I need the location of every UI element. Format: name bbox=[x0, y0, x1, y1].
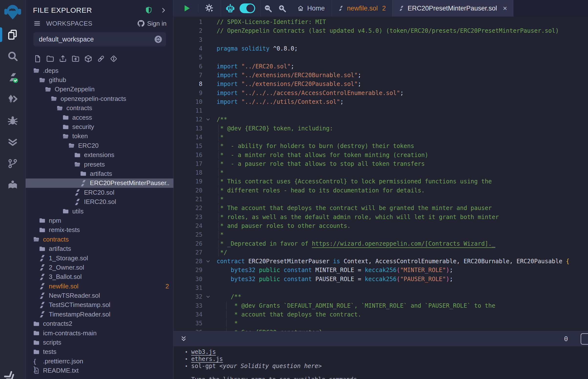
remix-logo-icon[interactable] bbox=[4, 3, 21, 20]
activity-item-file-explorer[interactable] bbox=[0, 24, 25, 46]
line-number: 34 bbox=[174, 311, 202, 318]
activity-item-debugger[interactable] bbox=[0, 110, 25, 131]
solidity-icon bbox=[399, 5, 404, 12]
tree-item-artifacts[interactable]: artifacts bbox=[26, 244, 173, 253]
tree-item-artifacts[interactable]: artifacts bbox=[26, 169, 173, 178]
terminal-listen-count: 0 bbox=[564, 335, 568, 343]
indent-guide bbox=[218, 239, 219, 248]
github-icon[interactable] bbox=[137, 19, 145, 27]
ai-copilot-toggle[interactable] bbox=[240, 3, 255, 13]
tab-erc20presetminterpauser-sol[interactable]: ERC20PresetMinterPauser.sol× bbox=[392, 0, 513, 16]
tree-item-erc20-sol[interactable]: ERC20.sol bbox=[26, 188, 173, 197]
tree-item-3-ballot-sol[interactable]: 3_Ballot.sol bbox=[26, 272, 173, 282]
tree-item-testsctimestamp-sol[interactable]: TestSCTimestamp.sol bbox=[26, 300, 173, 310]
upload-file-icon[interactable] bbox=[59, 55, 67, 63]
folder-open-icon bbox=[68, 142, 75, 149]
indent-guide bbox=[218, 195, 219, 204]
panel-title: FILE EXPLORER bbox=[33, 6, 145, 15]
tree-item-security[interactable]: security bbox=[26, 122, 173, 131]
tree-item-newtsreader-sol[interactable]: NewTSReader.sol bbox=[26, 291, 173, 300]
solidity-icon bbox=[39, 273, 46, 280]
tree-item-icm-contracts-main[interactable]: icm-contracts-main bbox=[26, 329, 173, 338]
tree-item-npm[interactable]: npm bbox=[26, 216, 173, 225]
tree-item-remix-tests[interactable]: remix-tests bbox=[26, 225, 173, 235]
tree-item-utils[interactable]: utils bbox=[26, 206, 173, 216]
tree-item-newfile-sol[interactable]: newfile.sol2 bbox=[26, 282, 173, 291]
tree-item-ierc20-sol[interactable]: IERC20.sol bbox=[26, 197, 173, 206]
tree-item-2-owner-sol[interactable]: 2_Owner.sol bbox=[26, 263, 173, 272]
fold-toggle-icon[interactable] bbox=[202, 259, 214, 264]
code-editor[interactable]: 1// SPDX-License-Identifier: MIT2// Open… bbox=[174, 16, 588, 331]
tree-item-presets[interactable]: presets bbox=[26, 160, 173, 169]
tree-item-contracts[interactable]: contracts bbox=[26, 235, 173, 244]
activity-item-solidity-unit-testing[interactable] bbox=[0, 131, 25, 153]
tree-item-label: presets bbox=[84, 161, 105, 168]
tree-item-erc20presetminterpauser-[interactable]: ERC20PresetMinterPauser... bbox=[26, 178, 173, 188]
terminal-panel: 0 •web3.js•ethers.js•sol-gpt <your Solid… bbox=[174, 331, 588, 379]
code-text: * different roles - head to its document… bbox=[214, 187, 425, 194]
tree-item-label: token bbox=[72, 132, 88, 140]
activity-item-solidity-compiler[interactable] bbox=[0, 67, 25, 88]
code-line-16: 16 * - a minter role that allows for tok… bbox=[174, 150, 588, 159]
tree-item-access[interactable]: access bbox=[26, 113, 173, 122]
remix-ai-robot-icon[interactable] bbox=[225, 3, 236, 14]
tree-item--prettierrc-json[interactable]: { }.prettierrc.json bbox=[26, 357, 173, 366]
tree-item-contracts[interactable]: contracts bbox=[26, 104, 173, 113]
cube-icon[interactable] bbox=[84, 55, 92, 63]
line-number: 10 bbox=[174, 98, 202, 105]
code-line-23: 23 * roles, as well as the default admin… bbox=[174, 213, 588, 221]
folder-icon bbox=[39, 227, 46, 234]
tree-item-label: scripts bbox=[43, 339, 61, 346]
sign-in-button[interactable]: Sign in bbox=[147, 20, 167, 27]
solidity-icon bbox=[39, 292, 46, 299]
hamburger-menu-icon[interactable] bbox=[33, 20, 41, 27]
code-text: * bbox=[214, 320, 238, 327]
indent-guide bbox=[226, 301, 227, 310]
toolbar-divider bbox=[261, 0, 261, 16]
new-file-icon[interactable] bbox=[33, 55, 42, 63]
run-script-button[interactable] bbox=[182, 4, 191, 13]
folder-icon bbox=[33, 320, 40, 327]
fold-toggle-icon[interactable] bbox=[202, 117, 214, 122]
zoom-out-button[interactable] bbox=[263, 4, 272, 13]
git-clone-icon[interactable] bbox=[110, 55, 118, 63]
zoom-in-button[interactable] bbox=[278, 4, 286, 13]
activity-item-git[interactable] bbox=[0, 153, 25, 174]
terminal-link[interactable]: ethers.js bbox=[191, 356, 223, 363]
new-folder-icon[interactable] bbox=[46, 55, 54, 63]
folder-icon bbox=[39, 217, 46, 224]
tree-item-openzeppelin[interactable]: OpenZeppelin bbox=[26, 85, 173, 94]
activity-bar-partial-icon[interactable] bbox=[1, 368, 18, 379]
tree-item-1-storage-sol[interactable]: 1_Storage.sol bbox=[26, 253, 173, 263]
tree-item-openzeppelin-contracts[interactable]: openzeppelin-contracts bbox=[26, 94, 173, 103]
compile-settings-button[interactable] bbox=[205, 3, 214, 13]
terminal-right-control-partial[interactable] bbox=[581, 333, 588, 345]
terminal-expand-icon[interactable] bbox=[180, 335, 187, 343]
tree-item-tests[interactable]: tests bbox=[26, 347, 173, 357]
activity-item-search[interactable] bbox=[0, 46, 25, 67]
line-number: 3 bbox=[174, 36, 202, 43]
tree-item-token[interactable]: token bbox=[26, 132, 173, 141]
folder-open-icon bbox=[56, 105, 63, 111]
upload-folder-icon[interactable] bbox=[72, 55, 80, 63]
line-number: 8 bbox=[174, 80, 202, 87]
tree-item-scripts[interactable]: scripts bbox=[26, 338, 173, 347]
tree-item-erc20[interactable]: ERC20 bbox=[26, 141, 173, 150]
workspace-select[interactable]: default_workspace bbox=[33, 32, 166, 47]
tab-home[interactable]: Home bbox=[289, 0, 332, 16]
chevron-right-icon[interactable] bbox=[160, 7, 167, 14]
tab-newfile-sol[interactable]: newfile.sol2 bbox=[332, 0, 392, 16]
tree-item-extensions[interactable]: extensions bbox=[26, 150, 173, 160]
terminal-link[interactable]: web3.js bbox=[191, 348, 216, 355]
code-text: /** bbox=[214, 116, 227, 123]
fold-toggle-icon[interactable] bbox=[202, 294, 214, 300]
link-icon[interactable] bbox=[97, 55, 105, 63]
activity-item-deploy-and-run[interactable] bbox=[0, 88, 25, 110]
tree-item-timestampreader-sol[interactable]: TimestampReader.sol bbox=[26, 310, 173, 319]
tree-item-readme-txt[interactable]: README.txt bbox=[26, 366, 173, 375]
tree-item--deps[interactable]: .deps bbox=[26, 66, 173, 75]
tree-item-contracts2[interactable]: contracts2 bbox=[26, 319, 173, 329]
activity-item-plugin-learneth[interactable] bbox=[0, 174, 25, 196]
close-tab-icon[interactable]: × bbox=[503, 5, 507, 12]
tree-item-github[interactable]: github bbox=[26, 75, 173, 84]
